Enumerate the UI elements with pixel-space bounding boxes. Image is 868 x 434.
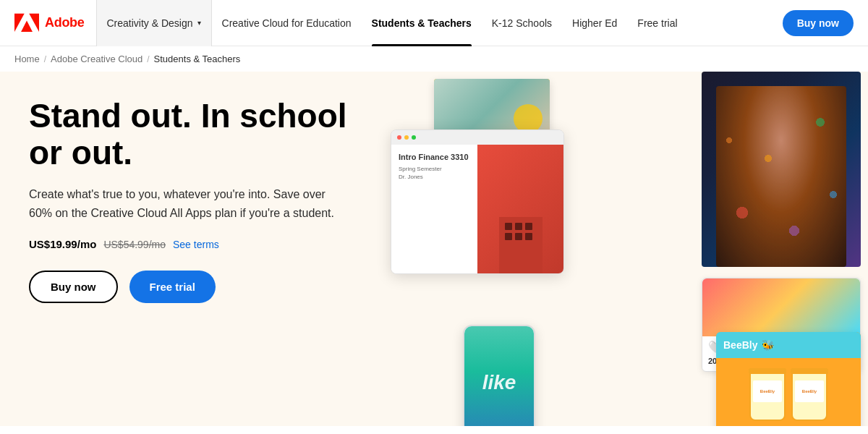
breadcrumb-home[interactable]: Home	[14, 54, 40, 64]
breadcrumb-creative-cloud[interactable]: Adobe Creative Cloud	[51, 54, 142, 64]
hero-price: US$19.99/mo US$54.99/mo See terms	[29, 238, 376, 250]
beebly-body: BeeBly BeeBly	[716, 358, 861, 426]
jar-lid-1	[749, 368, 786, 374]
hero-headline: Stand out. In school or out.	[29, 98, 376, 171]
hero-price-current: US$19.99/mo	[29, 238, 96, 250]
tablet-instructor: Dr. Jones	[399, 173, 470, 181]
nav-k12[interactable]: K-12 Schools	[482, 0, 562, 46]
adobe-logo[interactable]: Adobe	[14, 13, 85, 33]
tablet-content: Intro Finance 3310 Spring Semester Dr. J…	[391, 145, 563, 274]
tablet-semester: Spring Semester	[399, 165, 470, 173]
breadcrumb-current: Students & Teachers	[154, 54, 241, 64]
tablet-course-title: Intro Finance 3310	[399, 152, 470, 162]
hero-price-old: US$54.99/mo	[103, 239, 166, 250]
beebly-card: BeeBly 🐝 BeeBly BeeBly	[716, 332, 861, 426]
phone-card: like	[463, 325, 535, 426]
adobe-logo-text: Adobe	[45, 15, 85, 30]
phone-like-text: like	[482, 371, 516, 394]
nav-cc-edu[interactable]: Creative Cloud for Education	[212, 0, 362, 46]
hero-free-trial-button[interactable]: Free trial	[129, 271, 216, 303]
hero-see-terms-link[interactable]: See terms	[173, 239, 219, 250]
window-6	[525, 233, 532, 240]
breadcrumb-sep-2: /	[147, 54, 149, 64]
jar-lid-2	[791, 368, 828, 374]
building-windows	[499, 217, 542, 246]
social-image-preview	[702, 278, 860, 336]
hero-images: Every Week, 4pm Intro Finance 3310 Sprin…	[376, 72, 868, 426]
nav-free-trial[interactable]: Free trial	[627, 0, 687, 46]
tablet-header	[391, 130, 563, 145]
nav-buy-now-button[interactable]: Buy now	[783, 10, 854, 36]
building-graphic	[499, 217, 542, 274]
woman-photo	[702, 72, 861, 267]
jar-label-1: BeeBly	[753, 380, 782, 402]
jar-label-2: BeeBly	[795, 380, 824, 402]
yellow-card-circle	[514, 104, 542, 133]
jar-label-text-2: BeeBly	[802, 389, 817, 393]
yellow-card-graphic	[434, 79, 550, 137]
nav-students-teachers[interactable]: Students & Teachers	[362, 0, 482, 46]
tablet-dot-green	[412, 135, 416, 140]
window-3	[525, 223, 532, 230]
nav-higher-ed[interactable]: Higher Ed	[562, 0, 627, 46]
beebly-jar-1: BeeBly	[749, 370, 786, 421]
hero-content: Stand out. In school or out. Create what…	[0, 72, 405, 426]
floral-pattern	[716, 86, 846, 267]
nav-creativity[interactable]: Creativity & Design ▾	[96, 0, 212, 46]
woman-face-graphic	[716, 86, 846, 267]
tablet-presentation-card: Intro Finance 3310 Spring Semester Dr. J…	[391, 129, 564, 274]
hero-subtext: Create what's true to you, whatever you'…	[29, 185, 347, 222]
beebly-jar-2: BeeBly	[791, 370, 827, 421]
chevron-down-icon: ▾	[197, 19, 201, 27]
beebly-logo-text: BeeBly	[723, 339, 757, 351]
phone-screen: like	[464, 326, 534, 426]
beebly-header: BeeBly 🐝	[716, 332, 861, 358]
breadcrumb: Home / Adobe Creative Cloud / Students &…	[0, 46, 868, 72]
window-4	[505, 233, 512, 240]
hero-buttons: Buy now Free trial	[29, 271, 376, 303]
hero-buy-now-button[interactable]: Buy now	[29, 271, 118, 303]
hero-section: Stand out. In school or out. Create what…	[0, 72, 868, 426]
jar-label-text-1: BeeBly	[760, 389, 775, 393]
beebly-icon: 🐝	[762, 339, 774, 351]
window-2	[515, 223, 522, 230]
window-5	[515, 233, 522, 240]
breadcrumb-sep-1: /	[44, 54, 46, 64]
main-nav: Adobe Creativity & Design ▾ Creative Clo…	[0, 0, 868, 46]
window-1	[505, 223, 512, 230]
tablet-right-panel	[477, 145, 563, 274]
